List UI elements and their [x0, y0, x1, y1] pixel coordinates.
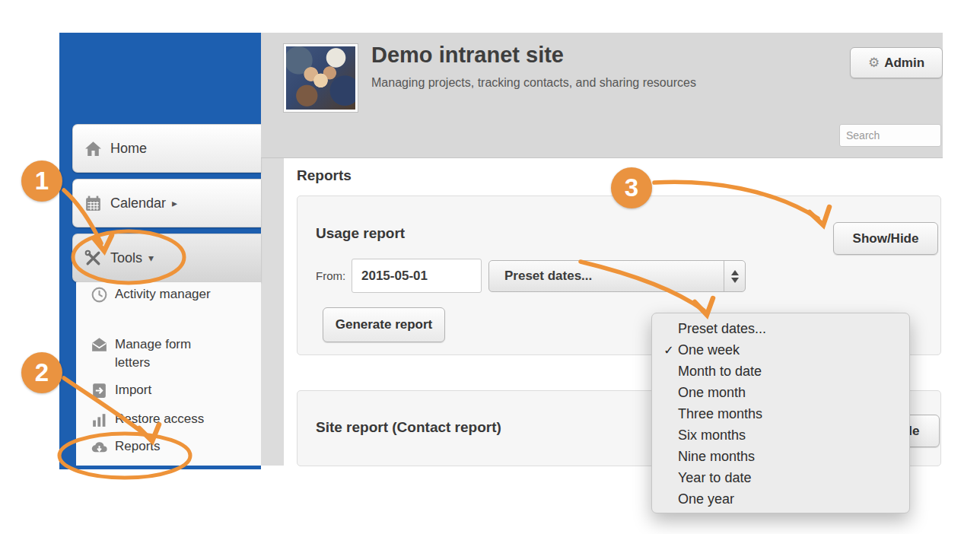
- sidebar-item-tools[interactable]: Tools ▾: [72, 234, 261, 282]
- sidebar-item-label: Activity manager: [115, 285, 211, 304]
- sidebar-item-restore-access[interactable]: Restore access: [76, 410, 204, 429]
- admin-button-label: Admin: [884, 56, 924, 71]
- generate-report-label: Generate report: [336, 317, 433, 332]
- screenshot-canvas: Home Calendar ▸ Tools ▾ Activity manager: [0, 0, 980, 534]
- dropdown-option-label: Three months: [678, 406, 762, 422]
- dropdown-option-label: One month: [678, 385, 746, 401]
- sidebar-item-label: Home: [110, 141, 147, 157]
- sidebar-item-calendar[interactable]: Calendar ▸: [72, 179, 261, 227]
- import-icon: [90, 381, 109, 400]
- sidebar-item-label: Calendar: [110, 195, 166, 211]
- generate-report-button[interactable]: Generate report: [323, 307, 445, 342]
- cloud-download-icon: [90, 437, 109, 456]
- dropdown-option[interactable]: ✓ Preset dates...: [652, 318, 909, 339]
- bar-chart-icon: [90, 410, 109, 429]
- admin-button[interactable]: ⚙ Admin: [850, 47, 943, 78]
- callout-step-3: 3: [611, 167, 652, 208]
- dropdown-option[interactable]: ✓ One year: [652, 488, 909, 510]
- tools-submenu: Activity manager Manage form letters Imp…: [76, 282, 261, 466]
- dropdown-option-label: Preset dates...: [678, 321, 766, 337]
- dropdown-option[interactable]: ✓ Month to date: [652, 361, 909, 382]
- page-title: Demo intranet site: [371, 43, 564, 68]
- select-stepper-icon: [724, 261, 745, 291]
- page-subtitle: Managing projects, tracking contacts, an…: [371, 76, 696, 90]
- preset-dates-dropdown: ✓ Preset dates... ✓ One week ✓ Month to …: [651, 313, 910, 513]
- preset-dates-select-value: Preset dates...: [504, 269, 724, 284]
- dropdown-option[interactable]: ✓ One month: [652, 382, 909, 403]
- tools-icon: [84, 249, 103, 268]
- dropdown-option[interactable]: ✓ Nine months: [652, 446, 909, 467]
- dropdown-option-label: One year: [678, 491, 734, 507]
- site-logo-photo: [284, 44, 358, 112]
- usage-showhide-button[interactable]: Show/Hide: [833, 222, 938, 255]
- checkmark-icon: ✓: [660, 343, 678, 358]
- chevron-right-icon: ▸: [172, 197, 177, 209]
- dropdown-option-label: Year to date: [678, 470, 751, 486]
- dropdown-option[interactable]: ✓ Three months: [652, 403, 909, 424]
- sidebar-item-reports[interactable]: Reports: [76, 437, 161, 456]
- envelope-open-icon: [90, 335, 109, 354]
- from-label: From:: [316, 269, 345, 282]
- preset-dates-select[interactable]: Preset dates...: [488, 260, 746, 292]
- home-icon: [84, 139, 103, 158]
- sidebar-item-label: Import: [115, 381, 151, 399]
- calendar-icon: [84, 194, 103, 213]
- dropdown-option[interactable]: ✓ One week: [652, 339, 909, 361]
- showhide-label: Show/Hide: [853, 231, 919, 246]
- sidebar-item-label: Tools: [110, 250, 142, 266]
- dropdown-option[interactable]: ✓ Six months: [652, 424, 909, 446]
- sidebar-item-manage-form-letters[interactable]: Manage form letters: [76, 335, 229, 372]
- chevron-down-icon: ▾: [148, 252, 154, 264]
- usage-report-heading: Usage report: [316, 225, 405, 242]
- callout-step-1: 1: [21, 161, 62, 202]
- site-report-heading: Site report (Contact report): [316, 419, 501, 436]
- sidebar-item-home[interactable]: Home: [72, 124, 261, 173]
- reports-section-heading: Reports: [297, 167, 352, 184]
- dropdown-option[interactable]: ✓ Year to date: [652, 467, 909, 488]
- callout-step-2: 2: [21, 352, 62, 393]
- dropdown-option-label: Six months: [678, 428, 746, 443]
- sidebar-edge-strip: [261, 157, 284, 466]
- sidebar-item-label: Reports: [115, 437, 161, 456]
- gear-icon: ⚙: [868, 55, 880, 71]
- search-input[interactable]: [839, 124, 941, 147]
- sidebar-item-activity-manager[interactable]: Activity manager: [76, 285, 211, 304]
- dropdown-option-label: Nine months: [678, 449, 755, 465]
- sidebar-item-import[interactable]: Import: [76, 381, 151, 400]
- dropdown-option-label: One week: [678, 342, 740, 358]
- clock-icon: [90, 285, 109, 304]
- sidebar-item-label: Manage form letters: [115, 335, 229, 372]
- dropdown-option-label: Month to date: [678, 364, 762, 380]
- sidebar-item-label: Restore access: [115, 410, 204, 428]
- from-date-input[interactable]: [352, 259, 482, 293]
